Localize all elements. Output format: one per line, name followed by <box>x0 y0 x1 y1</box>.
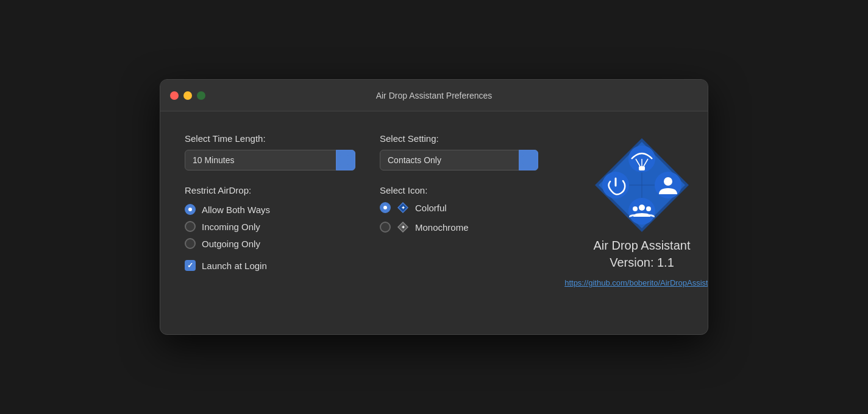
svg-point-18 <box>633 206 638 211</box>
github-link[interactable]: https://github.com/boberito/AirDropAssis… <box>564 278 708 287</box>
window-title: Air Drop Assistant Preferences <box>376 91 493 100</box>
setting-select-wrapper: Everyone Contacts Only No One ▲ ▼ <box>380 150 538 170</box>
icon-monochrome[interactable]: ✦ Monochrome <box>380 221 538 233</box>
launch-at-login-item[interactable]: ✓ Launch at Login <box>185 260 355 271</box>
svg-point-15 <box>664 177 672 186</box>
preferences-window: Air Drop Assistant Preferences Select Ti… <box>160 79 708 335</box>
time-length-select-wrapper: 1 Minute 5 Minutes 10 Minutes 15 Minutes… <box>185 150 355 170</box>
time-stepper[interactable]: ▲ ▼ <box>336 150 355 170</box>
app-name: Air Drop Assistant Version: 1.1 <box>594 237 691 271</box>
radio-outgoing-only[interactable]: Outgoing Only <box>185 238 355 249</box>
traffic-lights <box>170 91 205 100</box>
radio-circle-allow-both <box>185 204 196 215</box>
radio-incoming-only[interactable]: Incoming Only <box>185 221 355 232</box>
radio-circle-incoming-only <box>185 221 196 232</box>
close-button[interactable] <box>170 91 179 100</box>
icon-label: Select Icon: <box>380 185 538 195</box>
radio-circle-colorful <box>380 202 391 213</box>
radio-circle-outgoing-only <box>185 238 196 249</box>
restrict-label: Restrict AirDrop: <box>185 185 355 195</box>
svg-point-19 <box>646 206 651 211</box>
content-area: Select Time Length: 1 Minute 5 Minutes 1… <box>160 111 708 312</box>
radio-circle-monochrome <box>380 222 391 233</box>
radio-outgoing-only-label: Outgoing Only <box>202 239 260 249</box>
setting-label: Select Setting: <box>380 133 538 144</box>
right-panel: Air Drop Assistant Version: 1.1 https://… <box>563 133 708 287</box>
time-length-label: Select Time Length: <box>185 133 355 144</box>
colorful-label: Colorful <box>415 203 447 213</box>
setting-stepper-down-icon: ▼ <box>526 160 532 166</box>
radio-allow-both[interactable]: Allow Both Ways <box>185 204 355 215</box>
radio-incoming-only-label: Incoming Only <box>202 222 260 232</box>
setting-select[interactable]: Everyone Contacts Only No One <box>380 150 538 170</box>
monochrome-label: Monochrome <box>415 222 469 233</box>
restrict-radio-group: Allow Both Ways Incoming Only Outgoing O… <box>185 204 355 249</box>
icon-colorful[interactable]: ✦ Colorful <box>380 202 538 214</box>
colorful-icon: ✦ <box>397 202 409 214</box>
minimize-button[interactable] <box>183 91 192 100</box>
maximize-button[interactable] <box>197 91 205 100</box>
stepper-down-icon: ▼ <box>343 160 349 166</box>
app-logo <box>590 133 694 237</box>
svg-text:✦: ✦ <box>401 205 405 211</box>
radio-allow-both-label: Allow Both Ways <box>202 205 270 215</box>
svg-point-16 <box>628 198 655 225</box>
middle-panel: Select Setting: Everyone Contacts Only N… <box>380 133 538 287</box>
launch-at-login-label: Launch at Login <box>202 261 267 271</box>
titlebar: Air Drop Assistant Preferences <box>160 80 708 111</box>
svg-point-17 <box>639 205 645 211</box>
monochrome-icon: ✦ <box>397 221 409 233</box>
setting-stepper[interactable]: ▲ ▼ <box>519 150 538 170</box>
checkmark-icon: ✓ <box>187 261 193 270</box>
svg-text:✦: ✦ <box>401 225 405 230</box>
icon-radio-group: ✦ Colorful ✦ Monochrome <box>380 202 538 233</box>
launch-at-login-checkbox[interactable]: ✓ <box>185 260 196 271</box>
time-length-select[interactable]: 1 Minute 5 Minutes 10 Minutes 15 Minutes… <box>185 150 355 170</box>
svg-rect-12 <box>639 166 645 170</box>
left-panel: Select Time Length: 1 Minute 5 Minutes 1… <box>185 133 355 287</box>
